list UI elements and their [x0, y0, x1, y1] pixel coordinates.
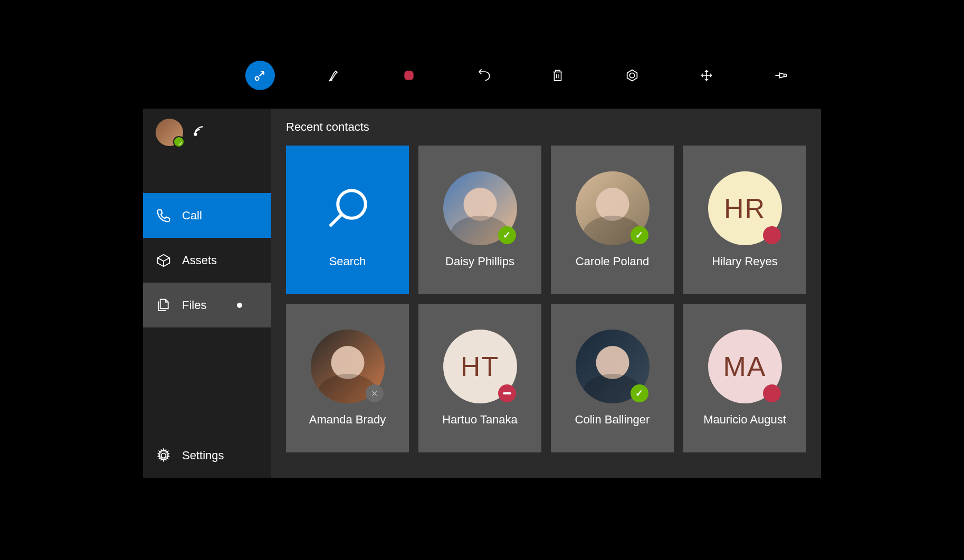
sidebar-item-label: Assets — [182, 254, 217, 267]
contacts-grid: Search Daisy Phillips Carole Poland HR — [286, 146, 806, 452]
status-offline-icon — [366, 384, 384, 402]
svg-point-3 — [629, 73, 634, 78]
contact-tile-amanda-brady[interactable]: Amanda Brady — [286, 304, 409, 452]
gear-icon — [156, 448, 171, 464]
assets-icon — [156, 253, 171, 268]
contact-name: Hartuo Tanaka — [442, 413, 518, 427]
contact-avatar: HR — [708, 171, 782, 245]
sidebar-item-label: Call — [182, 209, 202, 223]
contact-initials: MA — [723, 351, 767, 382]
user-avatar[interactable] — [156, 119, 183, 146]
contact-tile-colin-ballinger[interactable]: Colin Ballinger — [551, 304, 674, 452]
contact-initials: HR — [724, 192, 766, 224]
contact-name: Mauricio August — [703, 413, 786, 427]
sidebar-header — [143, 109, 271, 156]
target-button[interactable] — [617, 61, 647, 90]
main-panel: Recent contacts Search Daisy Phillips — [271, 109, 821, 478]
tile-label: Search — [329, 255, 366, 268]
contact-name: Hilary Reyes — [712, 255, 778, 268]
contact-avatar: HT — [443, 330, 517, 403]
svg-rect-1 — [404, 71, 413, 80]
svg-point-0 — [255, 76, 259, 80]
notification-dot — [237, 303, 242, 308]
svg-marker-2 — [627, 70, 637, 81]
contact-tile-mauricio-august[interactable]: MA Mauricio August — [683, 304, 806, 452]
files-icon — [156, 297, 171, 313]
contact-name: Amanda Brady — [309, 413, 386, 427]
contact-avatar — [576, 171, 650, 245]
sidebar-item-settings[interactable]: Settings — [143, 433, 271, 478]
collapse-button[interactable] — [245, 61, 275, 90]
status-dnd-icon — [498, 384, 516, 402]
search-tile[interactable]: Search — [286, 146, 409, 294]
status-available-icon — [631, 384, 648, 402]
status-available-icon — [498, 226, 516, 244]
contact-name: Daisy Phillips — [445, 255, 514, 268]
search-icon — [311, 171, 385, 245]
status-busy-icon — [763, 384, 781, 402]
contact-avatar — [311, 330, 385, 403]
sidebar-item-label: Settings — [182, 449, 224, 462]
sidebar-item-label: Files — [182, 298, 206, 312]
system-toolbar — [245, 61, 796, 90]
undo-button[interactable] — [469, 61, 498, 90]
app-window: Call Assets Files — [143, 109, 821, 478]
pin-button[interactable] — [766, 61, 796, 90]
contact-avatar — [443, 171, 517, 245]
contact-tile-hilary-reyes[interactable]: HR Hilary Reyes — [683, 146, 806, 294]
delete-button[interactable] — [543, 61, 572, 90]
sidebar: Call Assets Files — [143, 109, 271, 478]
status-busy-icon — [763, 226, 781, 244]
contact-name: Carole Poland — [576, 255, 649, 268]
contact-tile-daisy-phillips[interactable]: Daisy Phillips — [418, 146, 541, 294]
sidebar-item-call[interactable]: Call — [143, 193, 271, 238]
contact-avatar — [576, 330, 650, 403]
signal-icon — [193, 124, 206, 140]
svg-point-4 — [194, 133, 196, 135]
sidebar-item-files[interactable]: Files — [143, 283, 271, 327]
sidebar-item-assets[interactable]: Assets — [143, 238, 271, 283]
contact-tile-hartuo-tanaka[interactable]: HT Hartuo Tanaka — [418, 304, 541, 452]
stop-button[interactable] — [394, 61, 424, 90]
contact-avatar: MA — [708, 330, 782, 403]
contact-name: Colin Ballinger — [575, 413, 650, 427]
phone-icon — [156, 208, 171, 224]
pen-button[interactable] — [320, 61, 349, 90]
section-title: Recent contacts — [286, 120, 806, 134]
svg-point-6 — [338, 190, 366, 218]
svg-point-5 — [161, 453, 166, 458]
status-available-icon — [631, 226, 648, 244]
move-button[interactable] — [692, 61, 721, 90]
contact-initials: HT — [461, 351, 499, 382]
contact-tile-carole-poland[interactable]: Carole Poland — [551, 146, 674, 294]
